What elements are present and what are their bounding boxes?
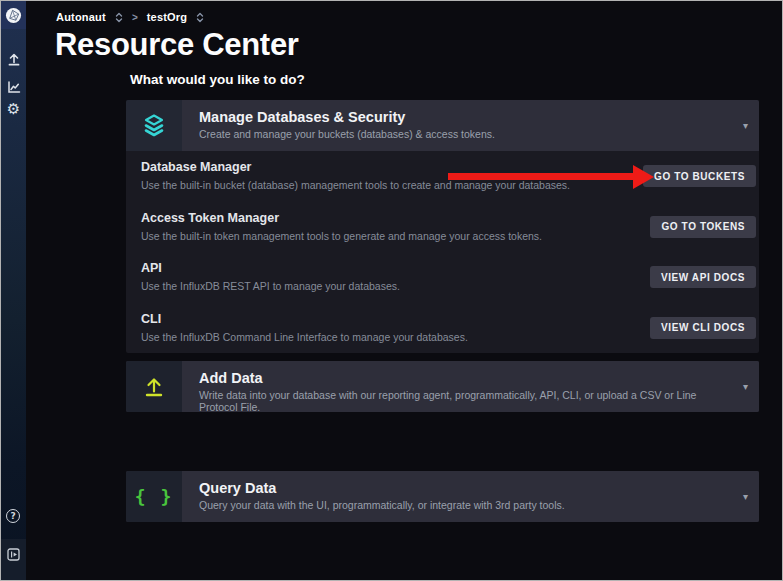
panel-query-data-header-text: Query Data Query your data with the UI, … — [182, 471, 759, 522]
row-cli: CLI Use the InfluxDB Command Line Interf… — [126, 303, 759, 354]
breadcrumb-separator: > — [132, 12, 138, 23]
breadcrumb: Autonaut > testOrg — [56, 9, 204, 25]
org-dropdown-caret-icon[interactable] — [196, 12, 204, 23]
account-dropdown-caret-icon[interactable] — [115, 12, 123, 23]
expand-sidebar-button[interactable] — [7, 547, 20, 560]
braces-icon: { } — [135, 486, 174, 507]
page-prompt: What would you like to do? — [130, 72, 305, 87]
expand-sidebar-icon — [7, 548, 20, 561]
panel-title: Add Data — [199, 370, 729, 386]
sidebar-item-settings[interactable]: ⚙ — [6, 102, 21, 117]
panel-query-data[interactable]: { } Query Data Query your data with the … — [126, 471, 759, 522]
graph-icon — [7, 80, 21, 94]
upload-data-icon — [143, 376, 165, 398]
help-icon: ? — [10, 511, 15, 521]
row-access-token-manager: Access Token Manager Use the built-in to… — [126, 202, 759, 253]
panel-add-data[interactable]: Add Data Write data into your database w… — [126, 361, 759, 412]
panel-manage-icon-cell — [126, 100, 182, 151]
panel-description: Write data into your database with our r… — [199, 389, 729, 412]
panel-query-data-icon-cell: { } — [126, 471, 182, 522]
page-title: Resource Center — [55, 27, 299, 63]
panel-description: Query your data with the UI, programmati… — [199, 499, 729, 511]
panel-manage-databases-header[interactable]: Manage Databases & Security Create and m… — [126, 100, 759, 151]
panel-manage-rows: Database Manager Use the built-in bucket… — [126, 151, 759, 353]
view-cli-docs-button[interactable]: VIEW CLI DOCS — [650, 317, 756, 339]
breadcrumb-org[interactable]: testOrg — [147, 11, 188, 23]
panel-title: Manage Databases & Security — [199, 109, 729, 125]
chevron-down-icon[interactable]: ▾ — [743, 492, 748, 502]
panel-add-data-header-text: Add Data Write data into your database w… — [182, 361, 759, 412]
gear-icon: ⚙ — [7, 102, 20, 117]
breadcrumb-account[interactable]: Autonaut — [56, 11, 106, 23]
panel-manage-header-text: Manage Databases & Security Create and m… — [182, 100, 759, 151]
layers-icon — [141, 113, 167, 138]
panel-add-data-icon-cell — [126, 361, 182, 412]
chevron-down-icon[interactable]: ▾ — [743, 121, 748, 131]
chevron-down-icon[interactable]: ▾ — [743, 382, 748, 392]
row-api: API Use the InfluxDB REST API to manage … — [126, 252, 759, 303]
panel-description: Create and manage your buckets (database… — [199, 128, 729, 140]
go-to-tokens-button[interactable]: GO TO TOKENS — [650, 216, 756, 238]
help-button[interactable]: ? — [6, 509, 20, 523]
influxdb-logo[interactable] — [1, 1, 26, 29]
upload-icon — [7, 52, 21, 66]
view-api-docs-button[interactable]: VIEW API DOCS — [650, 266, 756, 288]
influxdb-logo-icon — [5, 7, 22, 24]
panel-title: Query Data — [199, 480, 729, 496]
panel-manage-databases: Manage Databases & Security Create and m… — [126, 100, 759, 353]
sidebar-item-load-data[interactable] — [6, 51, 21, 66]
sidebar: ⚙ ? — [1, 1, 26, 580]
row-database-manager: Database Manager Use the built-in bucket… — [126, 151, 759, 202]
sidebar-item-data-explorer[interactable] — [6, 79, 21, 94]
app-window: ⚙ ? Autonaut > testOrg R — [0, 0, 783, 581]
go-to-buckets-button[interactable]: GO TO BUCKETS — [643, 165, 756, 187]
